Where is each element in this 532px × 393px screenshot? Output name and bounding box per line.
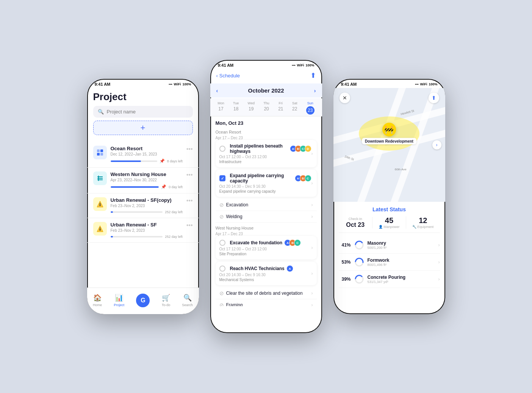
project-item-2[interactable]: Urban Renewal - SF(copy) Feb 23–Nov 2, 2… bbox=[87, 193, 199, 218]
manpower-text: Manpower bbox=[383, 225, 399, 229]
task-time-1-1: Oct 20 14:30 – Dec 9 16:30 bbox=[219, 273, 311, 277]
back-button[interactable]: ‹ Schedule bbox=[216, 73, 240, 79]
nav-search[interactable]: 🔍 Search bbox=[182, 294, 193, 307]
status-icons-center: ▪▪▪ WiFi 100% bbox=[292, 63, 315, 67]
nav-search-label: Search bbox=[182, 303, 193, 307]
project-item-0[interactable]: Ocean Resort Dec 12, 2022–Jan 15, 2023 📌… bbox=[87, 142, 199, 168]
task-sub-arrow-1-3: › bbox=[311, 302, 313, 306]
cal-day-17[interactable]: Mon17 bbox=[217, 101, 224, 115]
task-sub-arrow-1-2: › bbox=[311, 291, 313, 296]
phone-left: 9:41 AM ▪▪▪ WiFi 100% Project 🔍 + bbox=[87, 79, 199, 314]
stat-unit-2: 531/1,347 yd³ bbox=[368, 280, 438, 284]
add-project-button[interactable]: + bbox=[93, 121, 193, 135]
cal-num-4: 21 bbox=[278, 106, 283, 112]
cal-day-19[interactable]: Wed19 bbox=[248, 101, 255, 115]
prev-month-button[interactable]: ‹ bbox=[216, 88, 218, 94]
stat-name-0: Masonry bbox=[368, 241, 438, 246]
task-card-0-1[interactable]: ✓Expand pipeline carrying capacityABC Oc… bbox=[216, 170, 317, 197]
task-sub-title-1-2: Clear the site of debris and vegetation bbox=[226, 291, 303, 296]
cal-num-5: 22 bbox=[292, 106, 297, 112]
nav-avatar[interactable]: G bbox=[136, 294, 150, 307]
status-icons-left: ▪▪▪ WiFi 100% bbox=[169, 82, 191, 86]
checkin-label: Check-In bbox=[349, 217, 362, 221]
avatar-g: G bbox=[136, 294, 150, 307]
project-menu-0[interactable]: ••• bbox=[186, 146, 193, 152]
nav-home[interactable]: 🏠 Home bbox=[93, 294, 102, 307]
task-check-0-1[interactable]: ✓ bbox=[219, 175, 225, 181]
stat-row-0[interactable]: 41% Masonry 500/1,200 ft² › bbox=[339, 237, 440, 254]
cal-dow-0: Mon bbox=[217, 101, 224, 105]
share-icon[interactable]: ⬆ bbox=[310, 71, 316, 80]
avatar-2: C bbox=[305, 175, 311, 182]
cal-day-18[interactable]: Tue18 bbox=[233, 101, 239, 115]
task-card-0-0[interactable]: Install pipelines beneath highwaysABCD O… bbox=[216, 140, 317, 167]
project-item-1[interactable]: Western Nursing House Apr 23, 2022–Nov 3… bbox=[87, 168, 199, 193]
task-uncheck-0-0[interactable] bbox=[219, 146, 225, 152]
stat-row-2[interactable]: 39% Concrete Pouring 531/1,347 yd³ › bbox=[339, 271, 440, 288]
search-input[interactable] bbox=[107, 109, 188, 115]
bottom-nav-left: 🏠 Home 📊 Project G 🛒 To-do 🔍 Search bbox=[87, 288, 199, 314]
map-next-button[interactable]: › bbox=[432, 140, 441, 149]
stat-unit-0: 500/1,200 ft² bbox=[368, 246, 438, 250]
task-sub-0-2[interactable]: ⊘ Excavation › bbox=[216, 199, 317, 211]
nav-todo[interactable]: 🛒 To-do bbox=[162, 294, 171, 307]
day-label: Mon, Oct 23 bbox=[216, 120, 317, 126]
cal-day-23[interactable]: Sun23 bbox=[306, 101, 315, 115]
stat-info-0: Masonry 500/1,200 ft² bbox=[368, 241, 438, 250]
task-left-1-1: Reach HVAC TechniciansA Oct 20 14:30 – D… bbox=[219, 265, 311, 282]
task-sub-1-2[interactable]: ⊘ Clear the site of debris and vegetatio… bbox=[216, 288, 317, 299]
cal-day-22[interactable]: Sat22 bbox=[292, 101, 297, 115]
project-header: Project 🔍 + bbox=[87, 88, 199, 142]
checkin-col-date: Check-In Oct 23 bbox=[339, 217, 372, 228]
map-share-button[interactable]: ⬆ bbox=[429, 93, 439, 103]
task-sub-title-0-2: Excavation bbox=[226, 202, 249, 208]
project-menu-3[interactable]: ••• bbox=[186, 222, 193, 229]
task-sub-1-3[interactable]: ⊘ Framing › bbox=[216, 299, 317, 306]
slash-icon-0-2: ⊘ bbox=[219, 202, 224, 208]
project-item-3[interactable]: Urban Renewal - SF Feb 23–Nov 2, 2023 25… bbox=[87, 218, 199, 243]
project-name-0: Ocean Resort bbox=[111, 146, 183, 151]
search-box[interactable]: 🔍 bbox=[93, 106, 193, 118]
donut-svg-2 bbox=[354, 274, 365, 285]
nav-project[interactable]: 📊 Project bbox=[114, 294, 124, 307]
progress-bar-2 bbox=[111, 211, 163, 213]
checkin-date: Oct 23 bbox=[346, 222, 365, 228]
stat-row-1[interactable]: 53% Formwork 800/1,496 ft² › bbox=[339, 254, 440, 271]
task-title-1-0: Excavate the foundationABC bbox=[219, 239, 311, 246]
task-sub-title-0-3: Welding bbox=[226, 214, 243, 219]
schedule-section-0: Ocean Resort Apr 17 – Dec 23 Install pip… bbox=[216, 130, 317, 223]
progress-row-2: 252 day left bbox=[111, 210, 183, 214]
project-menu-2[interactable]: ••• bbox=[186, 197, 193, 204]
nav-search-icon: 🔍 bbox=[183, 294, 192, 302]
next-month-button[interactable]: › bbox=[314, 88, 316, 94]
cal-dow-5: Sat bbox=[292, 101, 297, 105]
manpower-value: 45 bbox=[385, 216, 393, 225]
project-date-0: Dec 12, 2022–Jan 15, 2023 bbox=[111, 152, 183, 156]
battery-left: 100% bbox=[182, 82, 191, 86]
map-close-button[interactable]: ✕ bbox=[340, 93, 350, 103]
days-left-1: 0 day left bbox=[169, 185, 183, 189]
slash-icon-1-2: ⊘ bbox=[219, 290, 224, 296]
task-arrow-icon-0-1: › bbox=[311, 181, 313, 186]
stat-name-2: Concrete Pouring bbox=[368, 275, 438, 280]
cal-dow-4: Fri bbox=[279, 101, 283, 105]
task-avatars-0-0: ABCD bbox=[292, 145, 311, 152]
project-title: Project bbox=[93, 91, 193, 103]
task-card-1-1[interactable]: Reach HVAC TechniciansA Oct 20 14:30 – D… bbox=[216, 262, 317, 285]
cal-num-1: 18 bbox=[233, 106, 238, 112]
cal-day-21[interactable]: Fri21 bbox=[278, 101, 283, 115]
svg-rect-9 bbox=[100, 204, 100, 206]
project-info-0: Ocean Resort Dec 12, 2022–Jan 15, 2023 📌… bbox=[111, 146, 183, 163]
task-uncheck-1-0[interactable] bbox=[219, 240, 225, 246]
checkin-col-manpower: 45 👤 Manpower bbox=[372, 216, 406, 229]
task-uncheck-1-1[interactable] bbox=[219, 266, 225, 272]
task-card-1-0[interactable]: Excavate the foundationABC Oct 17 12:00 … bbox=[216, 236, 317, 259]
signal-icon-r: ▪▪▪ bbox=[415, 82, 419, 86]
cal-day-20[interactable]: Thu20 bbox=[263, 101, 269, 115]
task-title-1-1: Reach HVAC TechniciansA bbox=[219, 265, 311, 272]
task-sub-0-3[interactable]: ⊘ Welding › bbox=[216, 211, 317, 223]
project-icon: 📊 bbox=[115, 294, 123, 302]
equipment-label: 🔧 Equipment bbox=[412, 225, 433, 229]
progress-bar-0 bbox=[111, 160, 157, 162]
project-menu-1[interactable]: ••• bbox=[186, 171, 193, 178]
